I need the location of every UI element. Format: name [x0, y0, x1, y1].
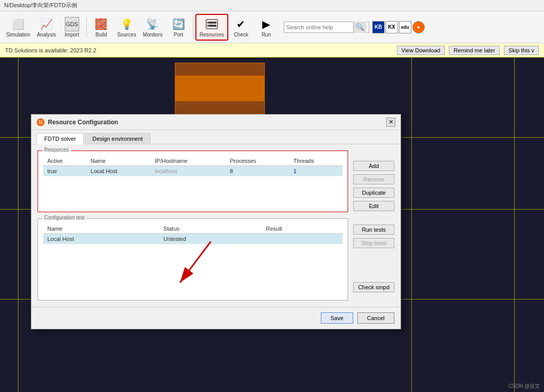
col-active: Active [43, 156, 86, 166]
col-hostname: IP/Hostname [151, 156, 226, 166]
config-col-name: Name [43, 224, 159, 234]
sources-label: Sources [117, 32, 136, 38]
toolbar-port[interactable]: 🔄 Port [166, 14, 191, 41]
watermark: CSDN @容艾 [509, 383, 540, 390]
config-table: Name Status Result Local Host Untested [43, 224, 342, 244]
monitors-icon: 📡 [146, 17, 160, 31]
svg-rect-4 [206, 20, 217, 29]
search-input[interactable] [286, 24, 353, 30]
config-section: Configuration test Name Status Result Lo… [38, 218, 348, 301]
sources-icon: 💡 [119, 17, 134, 31]
run-icon: ▶ [259, 17, 274, 31]
toolbar-monitors[interactable]: 📡 Monitors [140, 14, 166, 41]
cell-hostname: localhost [151, 166, 226, 177]
check-icon: ✔ [234, 17, 248, 31]
kb-icon[interactable]: KB [372, 21, 385, 33]
port-label: Port [174, 32, 183, 38]
edit-button[interactable]: Edit [353, 201, 394, 211]
run-tests-button[interactable]: Run tests [353, 225, 394, 235]
import-icon: GDS [65, 17, 79, 31]
svg-point-2 [207, 22, 209, 23]
save-button[interactable]: Save [321, 312, 353, 324]
svg-text:N: N [39, 120, 42, 125]
add-button[interactable]: Add [353, 161, 394, 171]
notification-text: TD Solutions is available: 2023 R2.2 [5, 47, 393, 53]
dialog-title-icon: N [37, 118, 45, 126]
search-box: 🔍 [284, 22, 369, 33]
title-text: N/Desktop/李向荣/FDTD示例 [4, 2, 77, 9]
simulation-icon: ⬜ [11, 17, 25, 31]
cancel-button[interactable]: Cancel [357, 312, 394, 324]
resources-label: Resources [200, 32, 224, 38]
remove-button[interactable]: Remove [353, 174, 394, 184]
svg-point-3 [207, 25, 209, 26]
kb-icons-group: KB KX edu ● [372, 21, 425, 33]
search-area: 🔍 KB KX edu ● [284, 21, 425, 33]
vline-3 [514, 58, 515, 392]
dialog-titlebar: N Resource Configuration ✕ [31, 115, 401, 130]
cell-name: Local Host [86, 166, 151, 177]
toolbar-build[interactable]: 🧱 Build [89, 14, 114, 41]
toolbar-run[interactable]: ▶ Run [254, 14, 279, 41]
canvas-shape-orange [175, 76, 265, 101]
run-label: Run [262, 32, 271, 38]
toolbar-resources[interactable]: Resources [195, 14, 228, 41]
simulation-label: Simulation [6, 32, 30, 38]
config-col-status: Status [159, 224, 262, 234]
stop-tests-button[interactable]: Stop tests [353, 238, 394, 248]
duplicate-button[interactable]: Duplicate [353, 188, 394, 198]
resources-icon [205, 17, 219, 31]
vline-2 [411, 58, 412, 392]
map-icon[interactable]: ● [412, 21, 425, 33]
config-section-label: Configuration test [42, 215, 86, 220]
remind-later-button[interactable]: Remind me later [449, 46, 500, 55]
toolbar-group-left: ⬜ Simulation 📈 Analysis GDS Import 🧱 Bui… [3, 14, 279, 41]
resource-config-dialog: N Resource Configuration ✕ FDTD solver D… [31, 114, 401, 329]
toolbar-check[interactable]: ✔ Check [229, 14, 253, 41]
resources-section-label: Resources [42, 147, 71, 153]
notification-bar: TD Solutions is available: 2023 R2.2 Vie… [0, 43, 544, 58]
dialog-close-button[interactable]: ✕ [386, 118, 395, 127]
monitors-label: Monitors [143, 32, 162, 38]
col-processes: Processes [226, 156, 289, 166]
canvas-area: N Resource Configuration ✕ FDTD solver D… [0, 58, 544, 392]
dialog-footer: Save Cancel [31, 307, 401, 329]
dialog-sidebar: Add Remove Duplicate Edit Run tests Stop… [353, 151, 394, 301]
toolbar-sources[interactable]: 💡 Sources [114, 14, 139, 41]
dialog-tabs: FDTD solver Design environment [31, 130, 401, 144]
tab-fdtd-solver[interactable]: FDTD solver [37, 133, 84, 144]
kx-icon[interactable]: KX [386, 21, 398, 33]
check-label: Check [234, 32, 248, 38]
toolbar-import[interactable]: GDS Import [60, 14, 84, 41]
toolbar: ⬜ Simulation 📈 Analysis GDS Import 🧱 Bui… [0, 11, 544, 43]
sep1 [86, 17, 87, 38]
col-name: Name [86, 156, 151, 166]
dialog-title: Resource Configuration [48, 119, 386, 126]
analysis-icon: 📈 [39, 17, 53, 31]
config-cell-name: Local Host [43, 234, 159, 245]
import-label: Import [65, 32, 79, 38]
port-icon: 🔄 [171, 17, 186, 31]
table-row[interactable]: true Local Host localhost 8 1 [43, 166, 342, 177]
view-download-button[interactable]: View Download [397, 46, 445, 55]
toolbar-simulation[interactable]: ⬜ Simulation [3, 14, 33, 41]
resources-section: Resources Active Name IP/Hostname Proces… [38, 151, 348, 212]
build-icon: 🧱 [94, 17, 108, 31]
sep2 [193, 17, 193, 38]
build-label: Build [96, 32, 107, 38]
config-col-result: Result [262, 224, 342, 234]
vline-1 [18, 58, 19, 392]
search-button[interactable]: 🔍 [353, 22, 367, 33]
config-cell-status: Untested [159, 234, 262, 245]
table-row[interactable]: Local Host Untested [43, 234, 342, 245]
skip-button[interactable]: Skip this v [504, 46, 539, 55]
toolbar-analysis[interactable]: 📈 Analysis [34, 14, 59, 41]
cell-threads: 1 [289, 166, 342, 177]
cell-active: true [43, 166, 86, 177]
col-threads: Threads [289, 156, 342, 166]
edu-icon[interactable]: edu [399, 21, 411, 33]
config-cell-result [262, 234, 342, 245]
check-smpd-button[interactable]: Check smpd [353, 282, 394, 292]
title-bar: N/Desktop/李向荣/FDTD示例 [0, 0, 544, 11]
tab-design-environment[interactable]: Design environment [85, 133, 151, 144]
